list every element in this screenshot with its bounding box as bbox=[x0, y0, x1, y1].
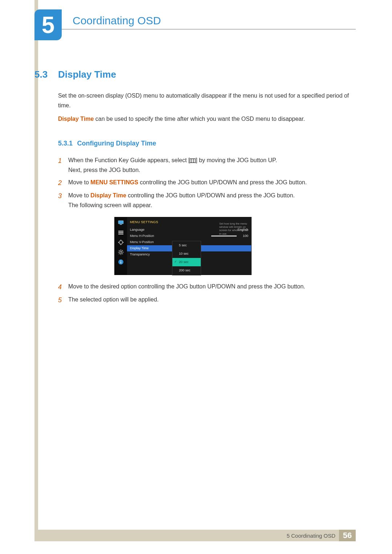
section-number: 5.3 bbox=[34, 69, 48, 80]
monitor-icon bbox=[118, 219, 124, 226]
step-1: 1 When the Function Key Guide appears, s… bbox=[58, 155, 356, 175]
steps-list-continued: 4 Move to the desired option controlling… bbox=[58, 282, 356, 306]
section-title: Display Time bbox=[58, 69, 116, 80]
step-number-1: 1 bbox=[58, 155, 68, 175]
step-number-4: 4 bbox=[58, 282, 68, 293]
steps-list: 1 When the Function Key Guide appears, s… bbox=[58, 155, 356, 210]
svg-rect-5 bbox=[118, 231, 123, 231]
intro-paragraph-1: Set the on-screen display (OSD) menu to … bbox=[58, 91, 356, 110]
osd-tabs bbox=[115, 217, 127, 275]
display-time-strong: Display Time bbox=[58, 116, 94, 122]
svg-rect-8 bbox=[119, 241, 122, 244]
osd-option-200sec: 200 sec bbox=[172, 266, 201, 275]
step-2-text: Move to MENU SETTINGS controlling the JO… bbox=[68, 177, 356, 189]
step-4: 4 Move to the desired option controlling… bbox=[58, 282, 356, 293]
osd-screenshot: MENU SETTINGS Language English Menu H-Po… bbox=[114, 217, 252, 275]
footer-bar: 5 Coordinating OSD 56 bbox=[34, 530, 356, 541]
content-body: Set the on-screen display (OSD) menu to … bbox=[58, 91, 356, 308]
chapter-number: 5 bbox=[42, 12, 55, 38]
svg-line-15 bbox=[122, 253, 123, 254]
svg-rect-4 bbox=[120, 224, 122, 225]
svg-rect-20 bbox=[121, 261, 121, 263]
chapter-tab: 5 bbox=[34, 9, 62, 40]
svg-point-9 bbox=[120, 251, 122, 253]
svg-line-17 bbox=[122, 250, 123, 251]
step-5: 5 The selected option will be applied. bbox=[58, 295, 356, 306]
svg-rect-0 bbox=[190, 159, 196, 163]
svg-point-19 bbox=[121, 260, 121, 261]
chapter-title: Coordinating OSD bbox=[73, 15, 161, 27]
svg-line-14 bbox=[119, 250, 120, 251]
gear-icon bbox=[118, 249, 124, 255]
footer-text: 5 Coordinating OSD bbox=[287, 533, 339, 539]
svg-rect-6 bbox=[118, 232, 123, 233]
osd-option-5sec: 5 sec bbox=[172, 241, 201, 250]
osd-hpos-slider bbox=[211, 235, 237, 237]
step-4-text: Move to the desired option controlling t… bbox=[68, 282, 356, 293]
step-number-2: 2 bbox=[58, 177, 68, 189]
osd-option-10sec: 10 sec bbox=[172, 250, 201, 258]
chapter-rule bbox=[62, 29, 356, 29]
subsection-title: Configuring Display Time bbox=[77, 138, 156, 149]
svg-rect-7 bbox=[118, 234, 123, 234]
intro-2b: can be used to specify the time after wh… bbox=[94, 116, 305, 122]
intro-paragraph-2: Display Time can be used to specify the … bbox=[58, 114, 356, 124]
arrows-icon bbox=[118, 239, 124, 246]
step-1-text: When the Function Key Guide appears, sel… bbox=[68, 155, 356, 175]
footer-page-number: 56 bbox=[339, 530, 356, 541]
step-2: 2 Move to MENU SETTINGS controlling the … bbox=[58, 177, 356, 189]
step-3: 3 Move to Display Time controlling the J… bbox=[58, 190, 356, 210]
step-number-5: 5 bbox=[58, 295, 68, 306]
osd-option-20sec: 20 sec bbox=[172, 258, 201, 266]
step-5-text: The selected option will be applied. bbox=[68, 295, 356, 306]
list-icon bbox=[118, 229, 124, 236]
osd-main: MENU SETTINGS Language English Menu H-Po… bbox=[127, 217, 251, 275]
info-icon bbox=[118, 259, 124, 265]
menu-icon bbox=[190, 159, 196, 163]
step-3-text: Move to Display Time controlling the JOG… bbox=[68, 190, 356, 210]
step-number-3: 3 bbox=[58, 190, 68, 210]
svg-rect-3 bbox=[118, 221, 123, 224]
svg-line-16 bbox=[119, 253, 120, 254]
subsection-number: 5.3.1 bbox=[58, 138, 73, 149]
osd-popup: 5 sec 10 sec 20 sec 200 sec bbox=[172, 241, 201, 275]
osd-hint: Set how long the menu window will remain… bbox=[219, 222, 250, 236]
